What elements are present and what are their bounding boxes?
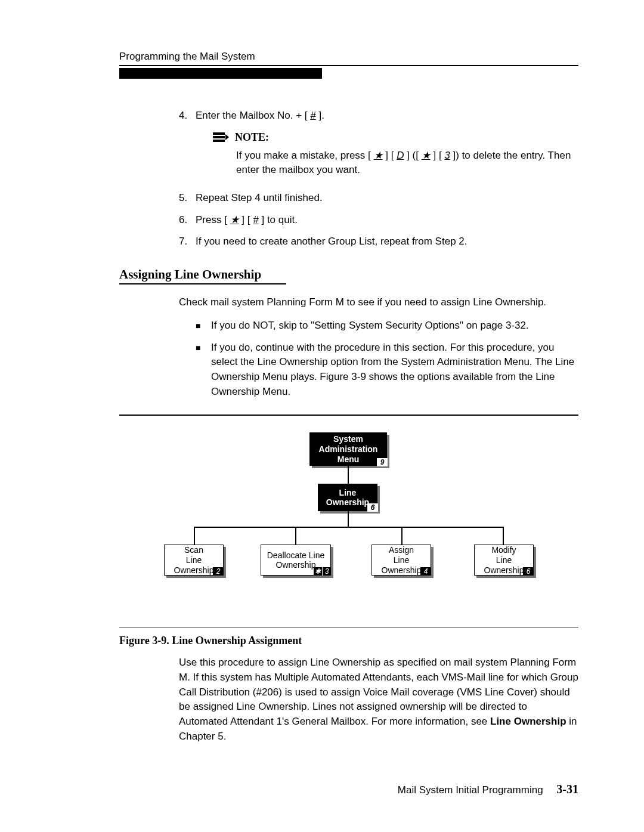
page-number: 3-31: [556, 782, 578, 796]
note-block: NOTE: If you make a mistake, press [ ★ ]…: [212, 129, 578, 178]
step-text: ] to quit.: [259, 214, 298, 225]
key-hash: #: [310, 110, 315, 121]
key-star: ★: [422, 150, 431, 161]
node-deallocate-line-ownership: Deallocate Line Ownership ✱ 3: [261, 545, 331, 576]
step-number: 7.: [179, 234, 196, 249]
step-4: 4. Enter the Mailbox No. + [ # ].: [179, 109, 578, 184]
node-badge: 6: [523, 567, 534, 576]
figure-top-rule: [119, 415, 578, 416]
section-title: Assigning Line Ownership: [119, 267, 578, 282]
node-line: Modify: [478, 545, 530, 555]
node-line: Line: [376, 555, 427, 565]
step-text: Press [: [196, 214, 230, 225]
paragraph-bold: Line Ownership: [490, 716, 566, 727]
bullet-icon: ■: [196, 341, 211, 355]
step-text: If you need to create another Group List…: [196, 234, 578, 249]
step-text: ].: [316, 110, 324, 121]
bullet-item: ■ If you do NOT, skip to "Setting System…: [196, 318, 578, 333]
node-line: Ownership: [321, 497, 374, 508]
node-system-admin-menu: System Administration Menu 9: [309, 432, 387, 466]
diagram: System Administration Menu 9 Line Owners…: [158, 432, 540, 611]
note-label-text: NOTE:: [235, 129, 269, 145]
step-number: 4.: [179, 109, 196, 123]
node-line: Assign: [376, 545, 427, 555]
node-line: Scan: [168, 545, 219, 555]
node-scan-line-ownership: Scan Line Ownership 2: [164, 545, 224, 576]
note-text: ] ([: [404, 150, 421, 161]
paragraph: Use this procedure to assign Line Owners…: [179, 655, 578, 744]
step-number: 5.: [179, 191, 196, 206]
bullet-item: ■ If you do, continue with the procedure…: [196, 341, 578, 400]
node-line: Administration: [313, 444, 383, 454]
key-3: 3: [444, 150, 450, 161]
node-badge: 2: [213, 567, 224, 576]
svg-rect-1: [213, 136, 225, 138]
svg-rect-0: [213, 132, 225, 135]
node-line: Ownership: [168, 565, 219, 576]
svg-rect-2: [213, 140, 225, 142]
key-hash: #: [253, 214, 258, 225]
node-line: Deallocate Line: [265, 550, 327, 561]
key-star: ★: [230, 214, 239, 225]
step-text: ] [: [239, 214, 253, 225]
key-d: D: [397, 150, 404, 161]
step-6: 6. Press [ ★ ] [ # ] to quit.: [179, 213, 578, 228]
node-line-ownership: Line Ownership 6: [318, 484, 377, 511]
node-modify-line-ownership: Modify Line Ownership 6: [474, 545, 534, 576]
footer-text: Mail System Initial Programming: [398, 784, 543, 796]
header-rule: [119, 65, 578, 66]
figure-caption: Figure 3-9. Line Ownership Assignment: [119, 635, 578, 647]
node-line: Line: [478, 555, 530, 565]
header-block: [119, 68, 322, 79]
node-line: Line: [168, 555, 219, 565]
node-badge-num: 3: [323, 567, 331, 576]
step-7: 7. If you need to create another Group L…: [179, 234, 578, 249]
section-rule: [119, 283, 286, 284]
note-text: ] [: [431, 150, 445, 161]
running-head: Programming the Mail System: [119, 51, 578, 63]
node-line: Ownership: [376, 565, 427, 576]
paragraph: Check mail system Planning Form M to see…: [179, 295, 578, 310]
node-badge: 4: [420, 567, 431, 576]
key-star: ★: [374, 150, 383, 161]
node-line: Ownership: [478, 565, 530, 576]
node-line: System: [313, 434, 383, 444]
svg-marker-3: [225, 134, 229, 140]
node-line: Line: [321, 488, 374, 498]
note-text: If you make a mistake, press [: [236, 150, 374, 161]
node-badge: ✱ 3: [314, 567, 331, 576]
note-icon: [212, 132, 229, 143]
note-text: ] [: [383, 150, 397, 161]
step-5: 5. Repeat Step 4 until finished.: [179, 191, 578, 206]
bullet-text: If you do, continue with the procedure i…: [211, 341, 578, 400]
figure-bottom-rule: [119, 627, 578, 627]
step-text: Enter the Mailbox No. + [: [196, 110, 310, 121]
node-badge-star: ✱: [314, 567, 322, 576]
step-number: 6.: [179, 213, 196, 228]
step-text: Repeat Step 4 until finished.: [196, 191, 578, 206]
node-badge: 6: [367, 503, 378, 512]
node-badge: 9: [377, 458, 388, 466]
node-assign-line-ownership: Assign Line Ownership 4: [371, 545, 431, 576]
bullet-text: If you do NOT, skip to "Setting System S…: [211, 318, 578, 333]
node-line: Menu: [313, 454, 383, 465]
page-footer: Mail System Initial Programming 3-31: [398, 782, 578, 796]
bullet-icon: ■: [196, 318, 211, 333]
